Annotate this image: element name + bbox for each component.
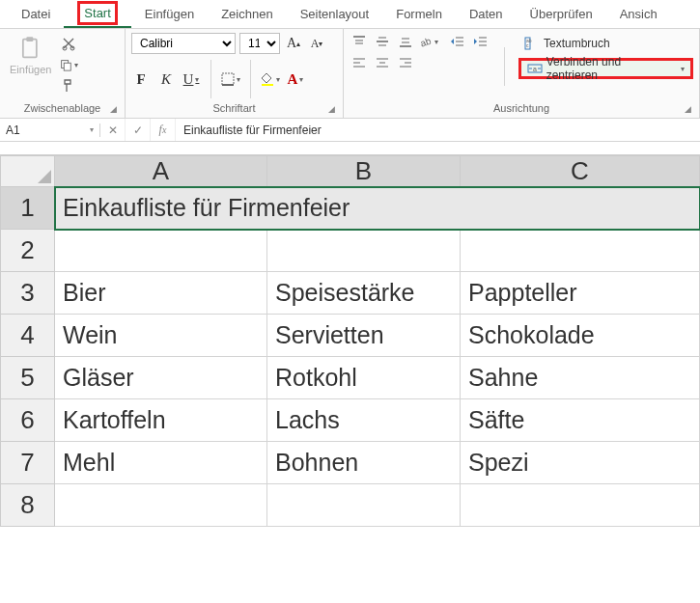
cell-c3[interactable]: Pappteller	[461, 272, 700, 315]
cell-c2[interactable]	[461, 230, 700, 272]
wrap-text-button[interactable]: abc Textumbruch	[518, 33, 693, 54]
group-font: Calibri 11 A▴ A▾ F K U A Schriftart◢	[126, 29, 344, 118]
cell-a4[interactable]: Wein	[55, 315, 267, 357]
cut-icon[interactable]	[59, 35, 78, 52]
row-header-6[interactable]: 6	[1, 399, 55, 442]
col-header-a[interactable]: A	[55, 156, 267, 187]
fx-icon[interactable]: fx	[151, 119, 176, 141]
underline-button[interactable]: U	[182, 69, 201, 89]
orientation-icon[interactable]: ab	[419, 33, 438, 50]
svg-text:ab: ab	[419, 35, 433, 48]
increase-indent-icon[interactable]	[471, 33, 490, 50]
group-font-label: Schriftart◢	[131, 100, 337, 116]
tab-seitenlayout[interactable]: Seitenlayout	[287, 1, 383, 27]
row-header-1[interactable]: 1	[1, 187, 55, 230]
align-bottom-icon[interactable]	[396, 33, 415, 50]
group-clipboard: Einfügen Zwischenablage◢	[0, 29, 126, 118]
cell-a1-merged[interactable]: Einkaufliste für Firmenfeier	[55, 187, 700, 230]
svg-rect-5	[65, 63, 71, 70]
tab-ansicht[interactable]: Ansich	[606, 1, 671, 27]
row-header-3[interactable]: 3	[1, 272, 55, 315]
cell-c4[interactable]: Schokolade	[461, 315, 700, 357]
group-alignment: ab abc Textumbruch	[344, 29, 700, 118]
merge-center-button[interactable]: a Verbinden und zentrieren ▾	[518, 58, 693, 79]
decrease-font-icon[interactable]: A▾	[307, 34, 326, 53]
group-alignment-label: Ausrichtung◢	[350, 100, 693, 116]
formula-bar: A1 ✕ ✓ fx Einkaufliste für Firmenfeier	[0, 119, 700, 142]
cell-b5[interactable]: Rotkohl	[267, 357, 461, 399]
col-header-c[interactable]: C	[461, 156, 700, 187]
cell-a2[interactable]	[55, 230, 267, 272]
svg-rect-1	[26, 37, 33, 41]
cell-b7[interactable]: Bohnen	[267, 442, 461, 484]
merge-center-label: Verbinden und zentrieren	[546, 55, 673, 82]
cancel-formula-icon[interactable]: ✕	[100, 119, 126, 141]
align-center-icon[interactable]	[373, 54, 392, 71]
wrap-text-icon: abc	[524, 37, 540, 50]
row-header-5[interactable]: 5	[1, 357, 55, 399]
borders-icon[interactable]	[221, 69, 240, 89]
col-header-b[interactable]: B	[267, 156, 461, 187]
select-all-corner[interactable]	[1, 156, 55, 187]
cell-c8[interactable]	[461, 484, 700, 527]
cell-a7[interactable]: Mehl	[55, 442, 267, 484]
tab-einfuegen[interactable]: Einfügen	[131, 1, 208, 27]
font-color-icon[interactable]: A	[286, 69, 305, 89]
increase-font-icon[interactable]: A▴	[284, 34, 303, 53]
chevron-down-icon: ▾	[681, 65, 685, 73]
dialog-launcher-icon[interactable]: ◢	[328, 104, 335, 114]
align-right-icon[interactable]	[396, 54, 415, 71]
tab-formeln[interactable]: Formeln	[382, 1, 456, 27]
wrap-text-label: Textumbruch	[544, 37, 610, 50]
cell-b2[interactable]	[267, 230, 461, 272]
dialog-launcher-icon[interactable]: ◢	[685, 104, 691, 114]
name-box[interactable]: A1	[0, 123, 100, 137]
grid-top-strip	[0, 142, 700, 155]
cell-c6[interactable]: Säfte	[461, 399, 700, 442]
formula-input[interactable]: Einkaufliste für Firmenfeier	[176, 123, 700, 137]
tab-zeichnen[interactable]: Zeichnen	[208, 1, 286, 27]
cell-c7[interactable]: Spezi	[461, 442, 700, 484]
merge-center-icon: a	[527, 62, 543, 75]
separator	[250, 60, 251, 98]
font-name-select[interactable]: Calibri	[131, 33, 236, 54]
tab-datei[interactable]: Datei	[8, 1, 64, 27]
separator	[504, 47, 505, 86]
svg-rect-6	[222, 73, 234, 85]
ribbon-tabs: Datei Start Einfügen Zeichnen Seitenlayo…	[0, 0, 700, 29]
fill-color-icon[interactable]	[261, 69, 280, 89]
highlight-start-tab: Start	[77, 1, 117, 25]
tab-daten[interactable]: Daten	[456, 1, 517, 27]
row-header-7[interactable]: 7	[1, 442, 55, 484]
align-top-icon[interactable]	[350, 33, 369, 50]
bold-button[interactable]: F	[131, 69, 151, 89]
svg-rect-8	[262, 84, 273, 86]
format-painter-icon[interactable]	[59, 77, 78, 95]
svg-text:a: a	[533, 66, 537, 72]
align-left-icon[interactable]	[350, 54, 369, 71]
cell-a8[interactable]	[55, 484, 267, 527]
cell-b4[interactable]: Servietten	[267, 315, 461, 357]
italic-button[interactable]: K	[156, 69, 176, 89]
tab-ueberpruefen[interactable]: Überprüfen	[517, 1, 606, 27]
cell-b6[interactable]: Lachs	[267, 399, 461, 442]
cell-a6[interactable]: Kartoffeln	[55, 399, 267, 442]
font-size-select[interactable]: 11	[239, 33, 280, 54]
confirm-formula-icon[interactable]: ✓	[126, 119, 151, 141]
align-middle-icon[interactable]	[373, 33, 392, 50]
cell-c5[interactable]: Sahne	[461, 357, 700, 399]
row-header-2[interactable]: 2	[1, 230, 55, 272]
paste-button[interactable]: Einfügen	[6, 33, 55, 77]
cell-a5[interactable]: Gläser	[55, 357, 267, 399]
ribbon: Einfügen Zwischenablage◢ Calibri 11 A▴ A…	[0, 29, 700, 119]
copy-icon[interactable]	[59, 56, 78, 73]
row-header-4[interactable]: 4	[1, 315, 55, 357]
cell-b8[interactable]	[267, 484, 461, 527]
cell-b3[interactable]: Speisestärke	[267, 272, 461, 315]
cell-a3[interactable]: Bier	[55, 272, 267, 315]
decrease-indent-icon[interactable]	[448, 33, 467, 50]
tab-start[interactable]: Start	[64, 0, 130, 28]
dialog-launcher-icon[interactable]: ◢	[110, 104, 117, 114]
row-header-8[interactable]: 8	[1, 484, 55, 527]
separator	[210, 60, 211, 98]
